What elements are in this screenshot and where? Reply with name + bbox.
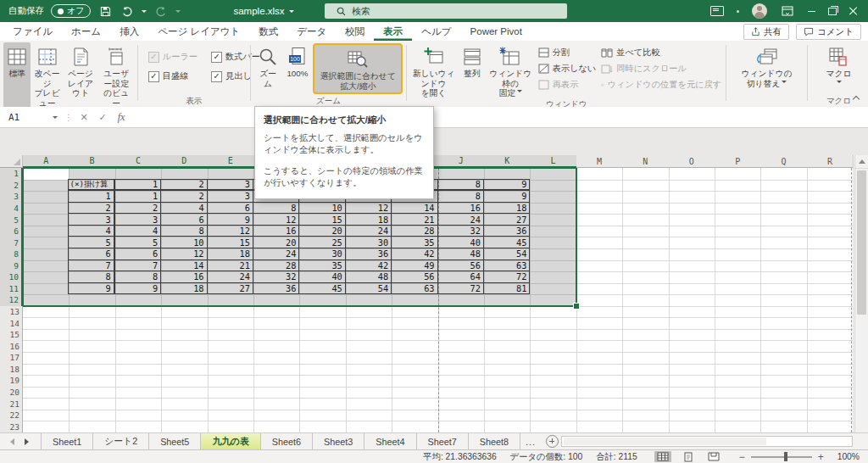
cell[interactable]: 56 [392,271,437,283]
row-header-6[interactable]: 6 [0,226,23,238]
cell[interactable]: 8 [69,271,114,283]
cell[interactable]: 25 [299,237,345,248]
sheet-tab-Sheet1[interactable]: Sheet1 [42,433,93,449]
zoom-out-icon[interactable]: − [739,453,745,461]
vertical-scrollbar[interactable] [854,155,868,432]
cell[interactable]: 81 [484,283,530,295]
cell[interactable]: 56 [438,260,484,272]
sheet-tab-シート2[interactable]: シート2 [93,433,149,449]
ribbon-tab-8[interactable]: 表示 [374,22,412,41]
cell[interactable]: 20 [299,226,345,237]
row-header-20[interactable]: 20 [0,387,23,399]
zoom-to-selection-button[interactable]: 選択範囲に合わせて 拡大/縮小 [313,43,403,94]
macros-button[interactable]: マクロ [822,42,854,95]
column-header-R[interactable]: R [807,155,854,168]
cell[interactable]: 4 [161,203,207,215]
cell[interactable]: 48 [346,271,392,283]
ribbon-tab-5[interactable]: 数式 [249,22,287,41]
cell[interactable]: 63 [392,283,437,295]
cell[interactable]: 49 [392,260,437,272]
row-header-22[interactable]: 22 [0,410,23,422]
cell[interactable]: 5 [115,237,161,248]
active-cell[interactable] [23,168,69,180]
cell[interactable]: 8 [253,203,299,215]
ribbon-tab-7[interactable]: 校閲 [336,22,374,41]
column-header-M[interactable]: M [576,155,623,168]
search-input[interactable]: 検索 [325,3,567,19]
ribbon-display-options-icon[interactable] [780,3,795,19]
cell[interactable]: 24 [253,248,299,260]
new-window-button[interactable]: 新しいウィンドウ を開く [409,42,459,98]
cell[interactable]: 27 [208,283,253,295]
page-break-preview-button[interactable]: 改ページ プレビュー [31,42,64,108]
cell[interactable]: 54 [484,248,530,260]
row-header-4[interactable]: 4 [0,203,23,215]
minimize-button[interactable] [808,11,815,12]
row-header-7[interactable]: 7 [0,237,23,249]
cell[interactable]: 35 [299,260,345,272]
autosave-toggle[interactable]: オフ [51,4,91,18]
cell[interactable]: 3 [208,191,253,203]
row-header-11[interactable]: 11 [0,283,23,296]
vertical-scrollbar-thumb[interactable] [857,170,866,315]
ribbon-tab-9[interactable]: ヘルプ [412,22,460,41]
cell[interactable]: 18 [484,203,530,215]
cell[interactable]: 12 [161,248,207,260]
row-header-17[interactable]: 17 [0,352,23,365]
cell[interactable]: 36 [346,248,392,260]
status-page-break-icon[interactable] [705,451,722,462]
column-header-A[interactable]: A [23,155,70,168]
save-icon[interactable] [97,3,113,19]
cell[interactable]: 54 [346,283,392,295]
scroll-up-icon[interactable] [855,155,868,169]
cell[interactable]: 48 [438,248,484,260]
cell[interactable]: 8 [161,226,207,237]
cell[interactable]: 10 [161,237,207,248]
switch-windows-button[interactable]: ウィンドウの 切り替え [738,42,796,95]
document-title-caret-icon[interactable] [289,10,294,15]
row-header-10[interactable]: 10 [0,271,23,284]
cell[interactable]: 16 [161,271,207,283]
column-header-J[interactable]: J [438,155,485,168]
zoom-100-button[interactable]: 100 100% [283,42,311,95]
cell[interactable]: 16 [253,226,299,237]
cell[interactable]: 10 [299,203,345,215]
horizontal-scrollbar[interactable] [561,436,853,447]
row-header-8[interactable]: 8 [0,248,23,261]
cell[interactable]: 30 [299,248,345,260]
cell[interactable]: 32 [438,226,484,237]
sheet-tab-Sheet4[interactable]: Sheet4 [364,433,416,449]
sheet-nav-left-icon[interactable] [7,438,14,445]
cell[interactable]: 36 [253,283,299,295]
cell[interactable]: 9 [208,214,253,226]
sheet-tab-九九の表[interactable]: 九九の表 [201,433,260,449]
sheet-tab-Sheet8[interactable]: Sheet8 [469,433,520,449]
account-avatar[interactable] [752,3,767,19]
hide-button[interactable]: 表示しない [538,62,597,75]
sheet-tab-Sheet6[interactable]: Sheet6 [261,433,313,449]
ribbon-tab-3[interactable]: 挿入 [110,22,148,41]
cell[interactable]: 18 [161,283,207,295]
quick-access-caret-icon[interactable] [175,10,181,15]
row-header-5[interactable]: 5 [0,214,23,226]
cell[interactable]: 2 [115,203,161,215]
cell[interactable]: 15 [299,214,345,226]
column-header-C[interactable]: C [115,155,162,168]
share-button[interactable]: 共有 [743,24,789,40]
cell[interactable]: 12 [208,226,253,237]
cell[interactable]: 2 [161,191,207,203]
row-header-14[interactable]: 14 [0,317,23,330]
select-all-corner[interactable] [0,155,23,168]
cell[interactable]: 42 [392,248,437,260]
cell[interactable]: 9 [484,191,530,203]
cell[interactable]: 6 [208,203,253,215]
split-button[interactable]: 分割 [538,46,597,59]
row-header-21[interactable]: 21 [0,398,23,410]
cell[interactable]: 36 [484,226,530,237]
undo-icon[interactable] [120,3,135,19]
cell[interactable]: 40 [438,237,484,248]
row-header-23[interactable]: 23 [0,421,23,432]
sheet-tabs-overflow[interactable]: ... [520,437,541,447]
cell[interactable]: 72 [484,271,530,283]
fill-handle[interactable] [573,303,580,310]
